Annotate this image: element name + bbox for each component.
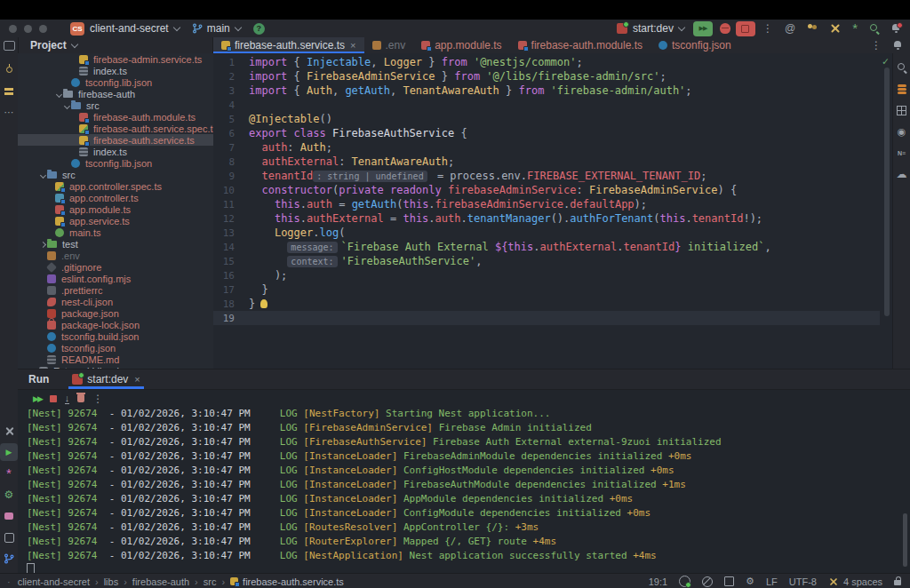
tree-item[interactable]: app.service.ts (18, 215, 213, 226)
nest-n-icon[interactable]: N≡ (893, 142, 910, 163)
file-encoding[interactable]: UTF-8 (789, 576, 817, 587)
run-button[interactable]: ▶▶ (693, 21, 713, 36)
tree-item[interactable]: README.md (18, 354, 213, 365)
code-with-me-icon[interactable] (807, 24, 818, 33)
run-tab[interactable]: start:dev × (68, 369, 143, 389)
editor-scrollbar[interactable] (884, 68, 890, 316)
stop-icon[interactable] (50, 395, 57, 402)
maximize-window-icon[interactable] (39, 25, 47, 33)
more-icon[interactable]: ⋯ (0, 101, 18, 123)
run-console[interactable]: [Nest] 92674 - 01/02/2026, 3:10:47 PM LO… (18, 406, 910, 574)
project-panel-header[interactable]: Project (19, 37, 213, 53)
tree-item[interactable]: app.controller.ts (18, 192, 213, 203)
inspections-off-icon[interactable] (702, 576, 713, 587)
chevron-down-icon[interactable] (38, 171, 47, 178)
code-editor[interactable]: 1import { Injectable, Logger } from '@ne… (213, 53, 892, 369)
tree-item[interactable]: tsconfig.json (18, 342, 213, 354)
tree-item[interactable]: main.ts (18, 226, 213, 238)
tree-item[interactable]: firebase-auth.service.ts (18, 134, 213, 146)
tree-item[interactable]: index.ts (18, 146, 213, 157)
run-tool-icon[interactable]: ▶ (0, 443, 18, 461)
editor-tab[interactable]: app.module.ts (413, 37, 509, 53)
dependencies-icon[interactable]: ◉ (893, 121, 910, 142)
chevron-down-icon[interactable] (62, 102, 71, 108)
scroll-to-end-icon[interactable]: ↓ (65, 393, 70, 404)
tree-item[interactable]: firebase-auth.service.spec.ts (18, 123, 213, 134)
intention-bulb-icon[interactable] (260, 299, 267, 308)
branch-selector[interactable]: main (192, 22, 241, 35)
tree-item[interactable]: package.json (18, 307, 213, 319)
close-icon[interactable]: × (134, 374, 140, 385)
stop-button[interactable] (736, 21, 755, 36)
tree-item[interactable]: .env (18, 250, 213, 261)
project-selector[interactable]: client-and-secret (90, 22, 180, 35)
console-line: [Nest] 92674 - 01/02/2026, 3:10:47 PM LO… (27, 520, 910, 534)
notifications-icon[interactable] (891, 24, 901, 34)
gear-icon[interactable]: ⚙ (746, 576, 754, 587)
chevron-down-icon[interactable] (54, 91, 63, 97)
debug-button[interactable] (720, 23, 730, 34)
coverage-icon[interactable] (893, 99, 910, 121)
tree-item[interactable]: app.module.ts (18, 203, 213, 215)
services-icon[interactable]: * (0, 463, 18, 484)
tree-item[interactable]: .gitignore (18, 261, 213, 273)
run-config-selector[interactable]: start:dev (633, 22, 684, 35)
packages-icon[interactable]: ⚙ (0, 484, 18, 505)
docker-icon[interactable] (0, 505, 18, 527)
memory-indicator-icon[interactable] (724, 576, 734, 586)
cloud-icon[interactable]: ☁ (893, 163, 910, 185)
more-options-icon[interactable]: ⋮ (92, 393, 103, 405)
tree-item[interactable]: firebase-auth.module.ts (18, 111, 213, 123)
status-circle-icon[interactable]: ? (253, 23, 265, 35)
ai-search-icon[interactable] (893, 57, 910, 78)
indent-setting[interactable]: 4 spaces (828, 576, 882, 587)
window-controls[interactable] (9, 25, 54, 33)
project-tree-panel[interactable]: firebase-admin.service.tsindex.tstsconfi… (18, 53, 214, 369)
database-icon[interactable] (893, 78, 910, 99)
editor-tab[interactable]: firebase-auth.service.ts× (213, 37, 364, 53)
structure-icon[interactable] (0, 80, 18, 101)
editor-tab[interactable]: firebase-auth.module.ts (510, 37, 651, 53)
tree-item[interactable]: firebase-auth (18, 88, 213, 99)
tab-options-icon[interactable]: ⋮ (871, 39, 882, 52)
project-tool-button[interactable] (0, 37, 19, 53)
build-icon[interactable] (0, 420, 18, 441)
settings-knot-icon[interactable]: * (852, 24, 858, 33)
line-ending[interactable]: LF (766, 576, 778, 587)
close-window-icon[interactable] (9, 25, 17, 33)
tree-item[interactable]: nest-cli.json (18, 296, 213, 307)
tree-item[interactable]: .prettierrc (18, 284, 213, 296)
tree-item[interactable]: app.controller.spec.ts (18, 180, 213, 192)
problems-icon[interactable] (0, 527, 18, 548)
tree-item[interactable]: firebase-admin.service.ts (18, 53, 213, 65)
editor-tab[interactable]: tsconfig.json (651, 37, 739, 53)
chevron-right-icon[interactable] (38, 241, 47, 247)
search-everywhere-icon[interactable] (869, 23, 880, 34)
notification-bell-icon[interactable] (893, 41, 903, 51)
inspections-ok-icon[interactable]: ✓ (882, 55, 889, 68)
tree-item[interactable]: index.ts (18, 65, 213, 76)
console-scrollbar[interactable] (903, 513, 907, 567)
user-status-icon[interactable] (679, 576, 690, 587)
tree-item[interactable]: eslint.config.mjs (18, 273, 213, 284)
close-icon[interactable]: × (350, 40, 355, 51)
tree-item[interactable]: src (18, 99, 213, 111)
tree-item[interactable]: tsconfig.build.json (18, 330, 213, 342)
minimize-window-icon[interactable] (24, 25, 32, 33)
tree-item[interactable]: package-lock.json (18, 319, 213, 330)
caret-position[interactable]: 19:1 (649, 576, 667, 587)
tree-item[interactable]: tsconfig.lib.json (18, 76, 213, 88)
lock-icon[interactable] (894, 580, 901, 585)
mentions-icon[interactable]: @ (785, 23, 795, 34)
breadcrumb[interactable]: ·client-and-secret›libs›firebase-auth›sr… (7, 576, 344, 587)
tree-item[interactable]: tsconfig.lib.json (18, 157, 213, 169)
more-actions-icon[interactable]: ⋮ (762, 22, 773, 35)
build-tools-icon[interactable] (830, 23, 841, 34)
commit-icon[interactable] (0, 59, 18, 80)
clear-console-icon[interactable] (77, 394, 84, 402)
rerun-icon[interactable]: ▶▶ (33, 394, 42, 403)
editor-tab[interactable]: .env (364, 37, 414, 53)
git-branch-icon[interactable] (0, 548, 18, 569)
tree-item[interactable]: test (18, 238, 213, 250)
tree-item[interactable]: src (18, 169, 213, 180)
